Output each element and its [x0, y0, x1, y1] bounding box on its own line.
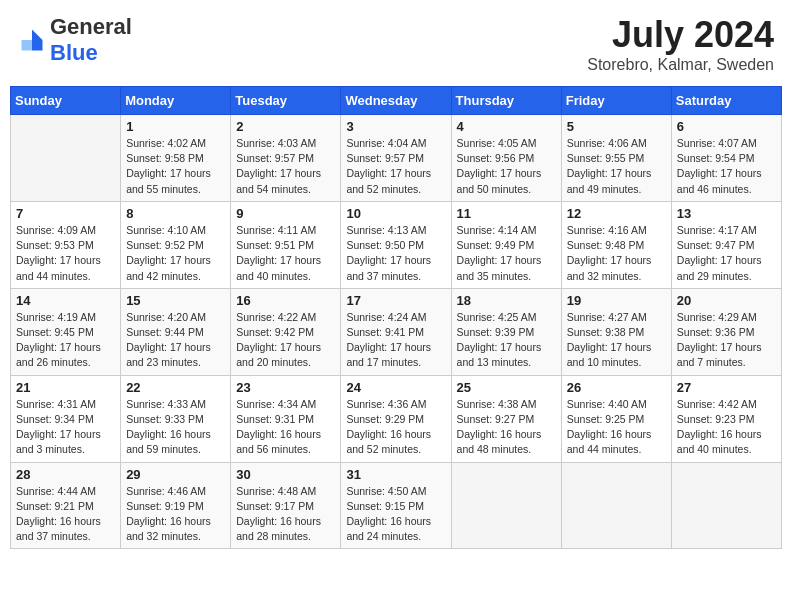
day-info: Sunrise: 4:10 AM Sunset: 9:52 PM Dayligh… — [126, 223, 225, 284]
day-info: Sunrise: 4:24 AM Sunset: 9:41 PM Dayligh… — [346, 310, 445, 371]
day-info: Sunrise: 4:19 AM Sunset: 9:45 PM Dayligh… — [16, 310, 115, 371]
day-number: 29 — [126, 467, 225, 482]
day-number: 20 — [677, 293, 776, 308]
logo: General Blue — [18, 14, 132, 66]
header-day-friday: Friday — [561, 87, 671, 115]
day-number: 12 — [567, 206, 666, 221]
day-info: Sunrise: 4:34 AM Sunset: 9:31 PM Dayligh… — [236, 397, 335, 458]
svg-marker-0 — [32, 30, 43, 41]
day-info: Sunrise: 4:02 AM Sunset: 9:58 PM Dayligh… — [126, 136, 225, 197]
day-info: Sunrise: 4:44 AM Sunset: 9:21 PM Dayligh… — [16, 484, 115, 545]
day-number: 4 — [457, 119, 556, 134]
day-info: Sunrise: 4:14 AM Sunset: 9:49 PM Dayligh… — [457, 223, 556, 284]
header-day-monday: Monday — [121, 87, 231, 115]
day-info: Sunrise: 4:04 AM Sunset: 9:57 PM Dayligh… — [346, 136, 445, 197]
calendar-cell: 26Sunrise: 4:40 AM Sunset: 9:25 PM Dayli… — [561, 375, 671, 462]
day-number: 22 — [126, 380, 225, 395]
day-info: Sunrise: 4:27 AM Sunset: 9:38 PM Dayligh… — [567, 310, 666, 371]
day-number: 5 — [567, 119, 666, 134]
calendar-cell: 20Sunrise: 4:29 AM Sunset: 9:36 PM Dayli… — [671, 288, 781, 375]
day-info: Sunrise: 4:38 AM Sunset: 9:27 PM Dayligh… — [457, 397, 556, 458]
day-info: Sunrise: 4:09 AM Sunset: 9:53 PM Dayligh… — [16, 223, 115, 284]
calendar-cell: 10Sunrise: 4:13 AM Sunset: 9:50 PM Dayli… — [341, 201, 451, 288]
calendar-cell: 18Sunrise: 4:25 AM Sunset: 9:39 PM Dayli… — [451, 288, 561, 375]
day-number: 17 — [346, 293, 445, 308]
day-info: Sunrise: 4:31 AM Sunset: 9:34 PM Dayligh… — [16, 397, 115, 458]
day-info: Sunrise: 4:16 AM Sunset: 9:48 PM Dayligh… — [567, 223, 666, 284]
calendar-cell: 6Sunrise: 4:07 AM Sunset: 9:54 PM Daylig… — [671, 115, 781, 202]
day-number: 16 — [236, 293, 335, 308]
calendar-cell: 5Sunrise: 4:06 AM Sunset: 9:55 PM Daylig… — [561, 115, 671, 202]
logo-general-text: General — [50, 14, 132, 39]
calendar-cell: 2Sunrise: 4:03 AM Sunset: 9:57 PM Daylig… — [231, 115, 341, 202]
day-info: Sunrise: 4:03 AM Sunset: 9:57 PM Dayligh… — [236, 136, 335, 197]
day-info: Sunrise: 4:29 AM Sunset: 9:36 PM Dayligh… — [677, 310, 776, 371]
day-number: 18 — [457, 293, 556, 308]
day-info: Sunrise: 4:05 AM Sunset: 9:56 PM Dayligh… — [457, 136, 556, 197]
day-number: 19 — [567, 293, 666, 308]
day-number: 15 — [126, 293, 225, 308]
subtitle: Storebro, Kalmar, Sweden — [587, 56, 774, 74]
calendar-cell: 30Sunrise: 4:48 AM Sunset: 9:17 PM Dayli… — [231, 462, 341, 549]
day-info: Sunrise: 4:50 AM Sunset: 9:15 PM Dayligh… — [346, 484, 445, 545]
header-day-wednesday: Wednesday — [341, 87, 451, 115]
calendar-cell: 4Sunrise: 4:05 AM Sunset: 9:56 PM Daylig… — [451, 115, 561, 202]
header-day-tuesday: Tuesday — [231, 87, 341, 115]
day-info: Sunrise: 4:13 AM Sunset: 9:50 PM Dayligh… — [346, 223, 445, 284]
day-info: Sunrise: 4:40 AM Sunset: 9:25 PM Dayligh… — [567, 397, 666, 458]
day-number: 9 — [236, 206, 335, 221]
day-number: 28 — [16, 467, 115, 482]
day-info: Sunrise: 4:17 AM Sunset: 9:47 PM Dayligh… — [677, 223, 776, 284]
calendar-cell: 25Sunrise: 4:38 AM Sunset: 9:27 PM Dayli… — [451, 375, 561, 462]
calendar-table: SundayMondayTuesdayWednesdayThursdayFrid… — [10, 86, 782, 549]
calendar-cell: 9Sunrise: 4:11 AM Sunset: 9:51 PM Daylig… — [231, 201, 341, 288]
calendar-week-row: 14Sunrise: 4:19 AM Sunset: 9:45 PM Dayli… — [11, 288, 782, 375]
calendar-cell — [451, 462, 561, 549]
svg-marker-1 — [32, 40, 43, 51]
day-number: 1 — [126, 119, 225, 134]
day-number: 6 — [677, 119, 776, 134]
title-area: July 2024 Storebro, Kalmar, Sweden — [587, 14, 774, 74]
calendar-cell: 19Sunrise: 4:27 AM Sunset: 9:38 PM Dayli… — [561, 288, 671, 375]
calendar-week-row: 1Sunrise: 4:02 AM Sunset: 9:58 PM Daylig… — [11, 115, 782, 202]
day-number: 21 — [16, 380, 115, 395]
calendar-cell: 14Sunrise: 4:19 AM Sunset: 9:45 PM Dayli… — [11, 288, 121, 375]
day-info: Sunrise: 4:33 AM Sunset: 9:33 PM Dayligh… — [126, 397, 225, 458]
calendar-cell: 8Sunrise: 4:10 AM Sunset: 9:52 PM Daylig… — [121, 201, 231, 288]
day-info: Sunrise: 4:42 AM Sunset: 9:23 PM Dayligh… — [677, 397, 776, 458]
logo-icon — [18, 26, 46, 54]
day-info: Sunrise: 4:25 AM Sunset: 9:39 PM Dayligh… — [457, 310, 556, 371]
day-number: 26 — [567, 380, 666, 395]
day-number: 11 — [457, 206, 556, 221]
day-info: Sunrise: 4:22 AM Sunset: 9:42 PM Dayligh… — [236, 310, 335, 371]
calendar-header-row: SundayMondayTuesdayWednesdayThursdayFrid… — [11, 87, 782, 115]
day-info: Sunrise: 4:07 AM Sunset: 9:54 PM Dayligh… — [677, 136, 776, 197]
calendar-cell: 1Sunrise: 4:02 AM Sunset: 9:58 PM Daylig… — [121, 115, 231, 202]
calendar-cell: 16Sunrise: 4:22 AM Sunset: 9:42 PM Dayli… — [231, 288, 341, 375]
day-number: 31 — [346, 467, 445, 482]
calendar-cell — [561, 462, 671, 549]
calendar-cell: 7Sunrise: 4:09 AM Sunset: 9:53 PM Daylig… — [11, 201, 121, 288]
logo-blue-text: Blue — [50, 40, 98, 65]
header-day-sunday: Sunday — [11, 87, 121, 115]
day-info: Sunrise: 4:06 AM Sunset: 9:55 PM Dayligh… — [567, 136, 666, 197]
calendar-cell: 24Sunrise: 4:36 AM Sunset: 9:29 PM Dayli… — [341, 375, 451, 462]
day-number: 7 — [16, 206, 115, 221]
day-number: 25 — [457, 380, 556, 395]
day-number: 14 — [16, 293, 115, 308]
calendar-cell: 28Sunrise: 4:44 AM Sunset: 9:21 PM Dayli… — [11, 462, 121, 549]
header-day-thursday: Thursday — [451, 87, 561, 115]
day-number: 23 — [236, 380, 335, 395]
calendar-cell: 11Sunrise: 4:14 AM Sunset: 9:49 PM Dayli… — [451, 201, 561, 288]
header-day-saturday: Saturday — [671, 87, 781, 115]
day-number: 2 — [236, 119, 335, 134]
day-info: Sunrise: 4:48 AM Sunset: 9:17 PM Dayligh… — [236, 484, 335, 545]
day-number: 3 — [346, 119, 445, 134]
calendar-cell: 3Sunrise: 4:04 AM Sunset: 9:57 PM Daylig… — [341, 115, 451, 202]
calendar-cell: 15Sunrise: 4:20 AM Sunset: 9:44 PM Dayli… — [121, 288, 231, 375]
calendar-cell: 29Sunrise: 4:46 AM Sunset: 9:19 PM Dayli… — [121, 462, 231, 549]
day-number: 8 — [126, 206, 225, 221]
calendar-cell — [671, 462, 781, 549]
calendar-cell: 23Sunrise: 4:34 AM Sunset: 9:31 PM Dayli… — [231, 375, 341, 462]
calendar-cell: 21Sunrise: 4:31 AM Sunset: 9:34 PM Dayli… — [11, 375, 121, 462]
